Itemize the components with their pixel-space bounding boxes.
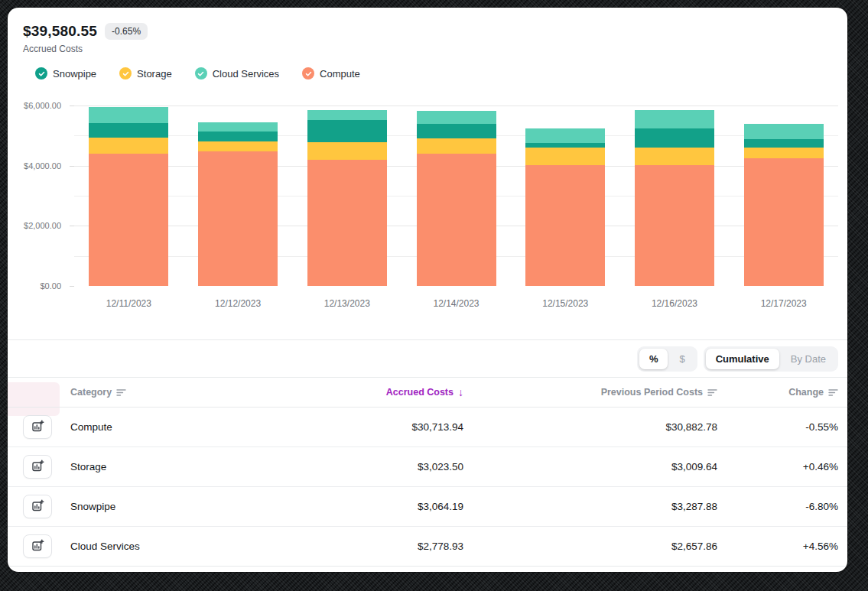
bar-group-12-17-2023[interactable] bbox=[729, 106, 838, 286]
table-controls: %$ CumulativeBy Date bbox=[8, 340, 847, 377]
legend-item-label: Cloud Services bbox=[213, 68, 279, 80]
toggle-by-date[interactable]: By Date bbox=[781, 349, 836, 369]
bar-segment-storage[interactable] bbox=[744, 148, 824, 158]
bar-segment-cloud-services[interactable] bbox=[307, 110, 387, 120]
bar-segment-cloud-services[interactable] bbox=[635, 110, 714, 128]
legend-check-icon bbox=[302, 67, 314, 80]
x-axis-label: 12/16/2023 bbox=[620, 298, 730, 309]
bar-segment-compute[interactable] bbox=[525, 165, 605, 286]
bar-group-12-15-2023[interactable] bbox=[511, 106, 620, 286]
x-axis-label: 12/14/2023 bbox=[401, 298, 511, 309]
bar-segment-cloud-services[interactable] bbox=[198, 122, 278, 132]
y-axis-tick-label: $2,000.00 bbox=[24, 221, 61, 230]
bar-group-12-14-2023[interactable] bbox=[401, 106, 511, 286]
previous-period-cell: $30,882.78 bbox=[463, 421, 717, 433]
accrued-costs-cell: $3,023.50 bbox=[300, 461, 463, 472]
bar-group-12-11-2023[interactable] bbox=[74, 106, 184, 286]
table-body: Compute$30,713.94$30,882.78-0.55%Storage… bbox=[8, 407, 847, 566]
column-header-previous-period-costs[interactable]: Previous Period Costs bbox=[463, 387, 717, 398]
bar-segment-storage[interactable] bbox=[89, 138, 168, 154]
icon-button-cell bbox=[23, 495, 70, 518]
bar-segment-storage[interactable] bbox=[307, 142, 387, 159]
dashboard-card: $39,580.55 -0.65% Accrued Costs Snowpipe… bbox=[8, 8, 847, 572]
column-header-change[interactable]: Change bbox=[717, 387, 838, 398]
sort-lines-icon bbox=[707, 388, 717, 396]
stacked-bar bbox=[525, 128, 605, 286]
add-to-chart-icon bbox=[31, 420, 44, 435]
bar-segment-compute[interactable] bbox=[417, 154, 496, 286]
bar-segment-snowpipe[interactable] bbox=[198, 132, 278, 141]
add-to-chart-icon bbox=[31, 539, 44, 554]
previous-period-cell: $2,657.86 bbox=[463, 541, 717, 552]
table-header-row: CategoryAccrued Costs↓Previous Period Co… bbox=[8, 378, 847, 407]
legend-check-icon bbox=[195, 67, 207, 80]
cost-header: $39,580.55 -0.65% Accrued Costs bbox=[23, 23, 148, 54]
legend-item-label: Compute bbox=[320, 68, 360, 80]
bar-segment-storage[interactable] bbox=[525, 148, 605, 165]
category-cell: Cloud Services bbox=[70, 541, 300, 552]
bar-segment-compute[interactable] bbox=[744, 158, 824, 286]
stacked-bar bbox=[635, 110, 714, 286]
bar-segment-compute[interactable] bbox=[198, 151, 278, 286]
category-cell: Compute bbox=[70, 421, 300, 433]
stacked-bar bbox=[417, 111, 496, 286]
legend-item-storage[interactable]: Storage bbox=[119, 67, 172, 80]
bar-segment-snowpipe[interactable] bbox=[307, 120, 387, 143]
bar-segment-cloud-services[interactable] bbox=[744, 124, 824, 139]
add-to-chart-button[interactable] bbox=[23, 534, 52, 558]
toggle-cumulative[interactable]: Cumulative bbox=[706, 349, 779, 369]
change-cell: -0.55% bbox=[717, 421, 838, 433]
bar-segment-compute[interactable] bbox=[89, 154, 168, 286]
icon-button-cell bbox=[23, 534, 70, 558]
sort-desc-arrow-icon: ↓ bbox=[458, 387, 463, 398]
bar-segment-compute[interactable] bbox=[307, 160, 387, 286]
bar-group-12-12-2023[interactable] bbox=[184, 106, 293, 286]
column-header-label: Accrued Costs bbox=[386, 387, 454, 398]
column-header-label: Change bbox=[788, 387, 824, 398]
add-to-chart-button[interactable] bbox=[23, 495, 52, 518]
previous-period-cell: $3,009.64 bbox=[463, 461, 717, 472]
category-cell: Storage bbox=[70, 461, 300, 472]
x-axis-label: 12/17/2023 bbox=[729, 298, 838, 309]
bar-segment-snowpipe[interactable] bbox=[744, 139, 824, 148]
x-axis-label: 12/13/2023 bbox=[292, 298, 401, 309]
chart-bars bbox=[74, 106, 838, 286]
bar-segment-snowpipe[interactable] bbox=[635, 128, 714, 148]
stacked-bar bbox=[89, 107, 168, 286]
bar-segment-storage[interactable] bbox=[417, 138, 496, 154]
sort-lines-icon bbox=[828, 388, 838, 396]
legend-item-snowpipe[interactable]: Snowpipe bbox=[35, 67, 96, 80]
icon-button-cell bbox=[23, 415, 70, 439]
bar-segment-cloud-services[interactable] bbox=[417, 111, 496, 124]
add-to-chart-icon bbox=[31, 459, 44, 475]
bar-segment-storage[interactable] bbox=[198, 141, 278, 151]
legend-check-icon bbox=[35, 67, 47, 80]
bar-segment-storage[interactable] bbox=[635, 148, 714, 164]
legend-check-icon bbox=[119, 67, 132, 80]
bar-group-12-16-2023[interactable] bbox=[620, 106, 730, 286]
add-to-chart-button[interactable] bbox=[23, 415, 52, 439]
add-to-chart-button[interactable] bbox=[23, 455, 52, 479]
toggle-%[interactable]: % bbox=[639, 349, 668, 369]
table-section: %$ CumulativeBy Date CategoryAccrued Cos… bbox=[8, 339, 847, 567]
y-axis-tick-label: $0.00 bbox=[40, 281, 61, 291]
legend-item-label: Snowpipe bbox=[53, 68, 96, 80]
x-axis-label: 12/12/2023 bbox=[184, 298, 293, 309]
legend-item-cloud-services[interactable]: Cloud Services bbox=[195, 67, 279, 80]
bar-segment-compute[interactable] bbox=[635, 165, 714, 286]
bar-segment-cloud-services[interactable] bbox=[525, 128, 605, 143]
column-header-category[interactable]: Category bbox=[70, 387, 300, 398]
accrued-costs-cell: $3,064.19 bbox=[300, 501, 463, 512]
legend-item-compute[interactable]: Compute bbox=[302, 67, 360, 80]
column-header-label: Category bbox=[70, 387, 112, 398]
bar-segment-snowpipe[interactable] bbox=[417, 124, 496, 138]
chart-x-axis: 12/11/202312/12/202312/13/202312/14/2023… bbox=[74, 298, 838, 309]
bar-group-12-13-2023[interactable] bbox=[292, 106, 401, 286]
column-header-accrued-costs[interactable]: Accrued Costs↓ bbox=[300, 387, 463, 398]
bar-segment-snowpipe[interactable] bbox=[89, 123, 168, 138]
bar-segment-cloud-services[interactable] bbox=[89, 107, 168, 123]
toggle-$[interactable]: $ bbox=[669, 349, 694, 369]
stacked-bar bbox=[744, 124, 824, 286]
accrued-costs-label: Accrued Costs bbox=[23, 44, 148, 54]
x-axis-label: 12/15/2023 bbox=[511, 298, 620, 309]
